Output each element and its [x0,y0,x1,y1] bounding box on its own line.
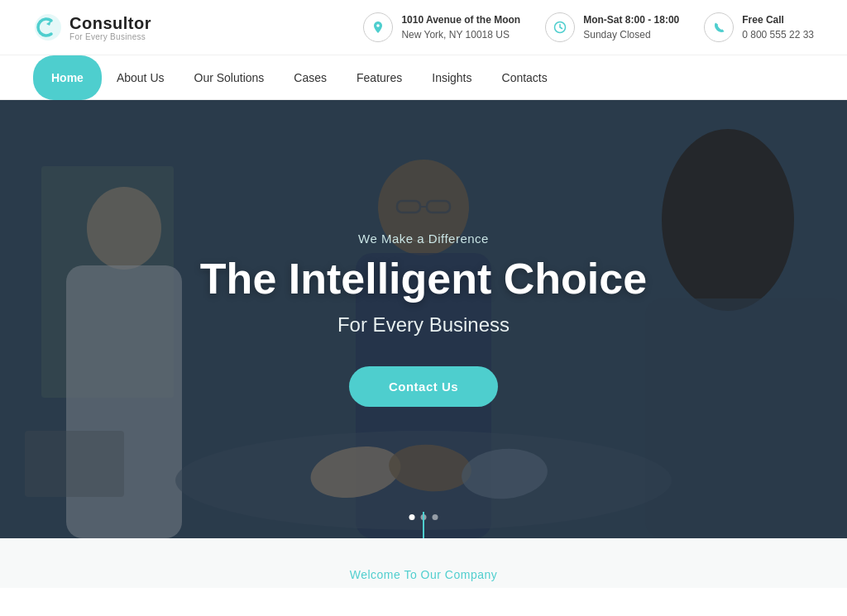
header-contact-info: 1010 Avenue of the Moon New York, NY 100… [363,12,814,42]
phone-text: Free Call 0 800 555 22 33 [742,12,814,42]
location-text: 1010 Avenue of the Moon New York, NY 100… [401,12,520,42]
logo-title: Consultor [69,14,151,32]
nav-insights[interactable]: Insights [417,55,486,100]
scroll-arrow-line [423,512,424,538]
clock-icon [545,12,575,42]
nav-features[interactable]: Features [342,55,417,100]
logo-text: Consultor For Every Business [69,14,151,41]
dot-1[interactable] [409,514,415,520]
contact-us-button[interactable]: Contact Us [349,366,498,407]
nav-home[interactable]: Home [33,55,102,100]
nav-about[interactable]: About Us [102,55,179,100]
nav-cases[interactable]: Cases [279,55,342,100]
nav-contacts[interactable]: Contacts [487,55,562,100]
hours-text: Mon-Sat 8:00 - 18:00 Sunday Closed [583,12,679,42]
scroll-indicator [423,512,424,538]
logo[interactable]: Consultor For Every Business [33,12,151,42]
hero-title: The Intelligent Choice [200,255,647,303]
below-hero: Welcome To Our Company [0,538,847,588]
site-header: Consultor For Every Business 1010 Avenue… [0,0,847,55]
location-info: 1010 Avenue of the Moon New York, NY 100… [363,12,520,42]
logo-icon [33,12,63,42]
phone-icon [704,12,734,42]
logo-subtitle: For Every Business [69,32,151,41]
phone-info: Free Call 0 800 555 22 33 [704,12,814,42]
hours-info: Mon-Sat 8:00 - 18:00 Sunday Closed [545,12,679,42]
hero-subtitle: For Every Business [200,313,647,337]
dot-3[interactable] [433,514,438,520]
hero-content: We Make a Difference The Intelligent Cho… [184,232,663,406]
main-nav: Home About Us Our Solutions Cases Featur… [0,55,847,100]
location-icon [363,12,393,42]
svg-point-1 [377,24,380,27]
welcome-text: Welcome To Our Company [350,568,498,581]
nav-solutions[interactable]: Our Solutions [179,55,280,100]
hero-section: We Make a Difference The Intelligent Cho… [0,100,847,538]
hero-tagline: We Make a Difference [200,232,647,246]
